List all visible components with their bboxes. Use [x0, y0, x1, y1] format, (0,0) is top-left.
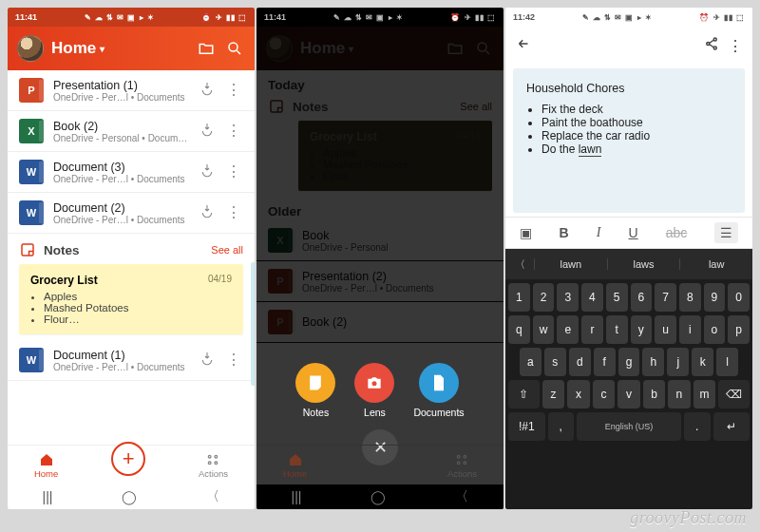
- key-r[interactable]: r: [581, 315, 603, 344]
- key-englishus[interactable]: English (US): [577, 412, 681, 441]
- fab-documents[interactable]: Documents: [413, 363, 464, 418]
- next-note-peek[interactable]: [251, 262, 255, 386]
- key-w[interactable]: w: [533, 315, 555, 344]
- key-6[interactable]: 6: [631, 283, 653, 312]
- fab-add[interactable]: +: [111, 442, 145, 476]
- note-text: Do the: [542, 142, 579, 156]
- file-sub: OneDrive - Per…l • Documents: [53, 362, 190, 372]
- bullets-button[interactable]: ☰: [714, 222, 738, 243]
- download-icon[interactable]: [200, 81, 215, 100]
- italic-button[interactable]: I: [597, 225, 601, 240]
- key-[interactable]: ⇧: [508, 380, 540, 408]
- key-1[interactable]: 1: [508, 283, 530, 312]
- key-1[interactable]: !#1: [508, 412, 545, 441]
- nav-recent[interactable]: |||: [43, 489, 53, 504]
- key-e[interactable]: e: [557, 315, 579, 344]
- suggestion-back[interactable]: 〈: [505, 257, 534, 272]
- word-icon: W: [19, 200, 44, 225]
- file-row[interactable]: WDocument (2)OneDrive - Per…l • Document…: [8, 193, 255, 234]
- key-f[interactable]: f: [594, 348, 616, 376]
- key-h[interactable]: h: [642, 348, 664, 376]
- key-m[interactable]: m: [694, 380, 715, 408]
- key-8[interactable]: 8: [679, 283, 701, 312]
- file-sub: OneDrive - Per…l • Documents: [53, 92, 190, 103]
- more-icon[interactable]: ⋮: [728, 37, 743, 55]
- key-g[interactable]: g: [618, 348, 640, 376]
- nav-home[interactable]: ◯: [122, 489, 137, 504]
- camera-icon[interactable]: ▣: [520, 225, 532, 240]
- download-icon[interactable]: [200, 162, 215, 181]
- search-icon[interactable]: [224, 38, 245, 59]
- note-editor[interactable]: Household Chores Fix the deck Paint the …: [513, 68, 745, 213]
- file-row[interactable]: WDocument (1)OneDrive - Per…l • Document…: [8, 340, 255, 381]
- key-t[interactable]: t: [606, 315, 628, 344]
- share-icon[interactable]: [703, 35, 720, 56]
- key-s[interactable]: s: [544, 348, 566, 376]
- suggestion-word[interactable]: lawn: [534, 258, 607, 270]
- tab-actions[interactable]: Actions: [199, 452, 228, 479]
- file-name: Document (3): [53, 161, 190, 174]
- tab-home: Home: [283, 452, 307, 479]
- nav-home[interactable]: ◯: [370, 489, 386, 504]
- key-9[interactable]: 9: [704, 283, 726, 312]
- underline-button[interactable]: U: [629, 225, 638, 240]
- key-4[interactable]: 4: [581, 283, 603, 312]
- avatar[interactable]: [17, 35, 44, 62]
- key-q[interactable]: q: [508, 315, 530, 344]
- fab-lens[interactable]: Lens: [354, 363, 394, 418]
- chevron-down-icon: ▾: [100, 44, 104, 54]
- fab-label: Documents: [413, 407, 464, 418]
- status-icons-left: ✎ ☁ ⇅ ✉ ▣ ▸ ✶: [582, 13, 653, 22]
- key-[interactable]: ⌫: [718, 380, 750, 408]
- key-o[interactable]: o: [704, 315, 726, 344]
- note-item: Mashed Potatoes: [44, 302, 232, 314]
- key-n[interactable]: n: [668, 380, 690, 408]
- key-[interactable]: ,: [548, 412, 575, 441]
- key-k[interactable]: k: [692, 348, 713, 376]
- key-7[interactable]: 7: [655, 283, 676, 312]
- key-[interactable]: .: [684, 412, 711, 441]
- fab-notes[interactable]: Notes: [295, 363, 335, 418]
- suggestion-word[interactable]: law: [679, 258, 752, 270]
- key-3[interactable]: 3: [557, 283, 579, 312]
- file-row[interactable]: WDocument (3)OneDrive - Per…l • Document…: [8, 152, 255, 193]
- key-b[interactable]: b: [643, 380, 665, 408]
- nav-recent[interactable]: |||: [292, 489, 302, 504]
- key-i[interactable]: i: [679, 315, 701, 344]
- file-row[interactable]: XBook (2)OneDrive - Personal • Documents…: [8, 111, 255, 152]
- key-d[interactable]: d: [569, 348, 591, 376]
- strike-button[interactable]: abc: [666, 225, 688, 240]
- bold-button[interactable]: B: [560, 225, 569, 240]
- key-z[interactable]: z: [542, 380, 564, 408]
- key-l[interactable]: l: [716, 348, 738, 376]
- location-dropdown[interactable]: Home ▾: [51, 39, 188, 58]
- nav-back[interactable]: 〈: [455, 488, 468, 505]
- key-v[interactable]: v: [618, 380, 639, 408]
- note-card[interactable]: Grocery List04/19 Apples Mashed Potatoes…: [19, 264, 243, 334]
- key-0[interactable]: 0: [728, 283, 750, 312]
- download-icon[interactable]: [200, 203, 215, 222]
- svg-point-13: [713, 38, 716, 41]
- see-all-link[interactable]: See all: [211, 244, 243, 256]
- key-j[interactable]: j: [667, 348, 689, 376]
- key-2[interactable]: 2: [533, 283, 555, 312]
- svg-point-9: [458, 455, 461, 458]
- status-bar: 11:41 ✎ ☁ ⇅ ✉ ▣ ▸ ✶ ⏰ ✈ ▮▮ ⬚: [256, 8, 504, 27]
- key-p[interactable]: p: [728, 315, 750, 344]
- tab-home[interactable]: Home: [34, 452, 58, 479]
- nav-back[interactable]: 〈: [206, 488, 219, 505]
- key-a[interactable]: a: [520, 348, 542, 376]
- download-icon[interactable]: [200, 122, 215, 141]
- folder-icon[interactable]: [196, 38, 217, 59]
- file-row[interactable]: PPresentation (1)OneDrive - Per…l • Docu…: [8, 70, 255, 111]
- back-button[interactable]: [515, 35, 532, 56]
- suggestion-word[interactable]: laws: [607, 258, 680, 270]
- key-u[interactable]: u: [655, 315, 676, 344]
- key-5[interactable]: 5: [606, 283, 628, 312]
- key-x[interactable]: x: [567, 380, 589, 408]
- key-y[interactable]: y: [631, 315, 653, 344]
- download-icon[interactable]: [200, 351, 215, 370]
- status-icons-left: ✎ ☁ ⇅ ✉ ▣ ▸ ✶: [85, 13, 155, 22]
- key-c[interactable]: c: [593, 380, 615, 408]
- key-[interactable]: ↵: [713, 412, 750, 441]
